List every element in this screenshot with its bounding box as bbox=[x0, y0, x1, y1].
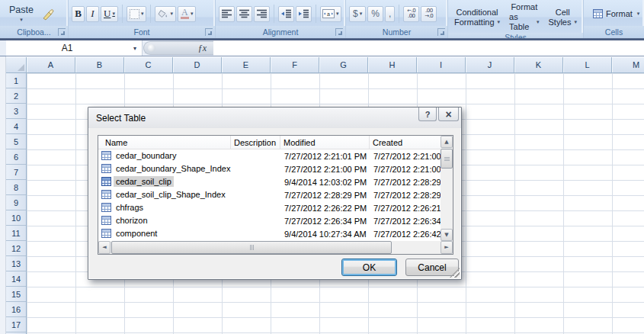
column-header-F[interactable]: F bbox=[271, 57, 319, 72]
decrease-indent-button[interactable] bbox=[278, 6, 294, 22]
row-header-17[interactable]: 17 bbox=[6, 317, 26, 332]
close-button[interactable]: × bbox=[438, 108, 459, 121]
row-header-15[interactable]: 15 bbox=[6, 287, 26, 302]
table-row-chfrags[interactable]: chfrags7/27/2012 2:26:22 PM7/27/2012 2:2… bbox=[98, 201, 441, 214]
horizontal-scrollbar[interactable]: ◄ ► bbox=[98, 241, 453, 254]
row-header-14[interactable]: 14 bbox=[6, 271, 26, 287]
percent-style-button[interactable]: % bbox=[367, 6, 383, 22]
column-header-K[interactable]: K bbox=[514, 57, 563, 72]
column-header-G[interactable]: G bbox=[319, 57, 368, 72]
increase-decimal-button[interactable]: ←.0.00 bbox=[403, 6, 419, 22]
row-header-9[interactable]: 9 bbox=[6, 195, 26, 210]
conditional-formatting-button[interactable]: Conditional Formatting▾ bbox=[451, 7, 503, 28]
align-center-button[interactable] bbox=[236, 6, 252, 22]
column-header-description[interactable]: Description bbox=[231, 136, 280, 149]
vertical-scrollbar[interactable]: ▲ ▼ bbox=[441, 136, 453, 241]
row-header-8[interactable]: 8 bbox=[6, 180, 26, 195]
chevron-down-icon: ▾ bbox=[360, 11, 363, 17]
column-header-name[interactable]: Name bbox=[98, 136, 231, 149]
scroll-down-button[interactable]: ▼ bbox=[441, 229, 453, 241]
table-row-cedar_boundary[interactable]: cedar_boundary7/27/2012 2:21:01 PM7/27/2… bbox=[98, 149, 441, 162]
number-group-label: Number bbox=[346, 26, 447, 38]
select-all-corner[interactable] bbox=[6, 57, 27, 73]
help-button[interactable]: ? bbox=[418, 108, 437, 121]
column-header-L[interactable]: L bbox=[563, 57, 612, 72]
align-right-button[interactable] bbox=[254, 6, 270, 22]
row-headers: 1234567891011121314151617 bbox=[6, 73, 27, 334]
divider bbox=[274, 5, 274, 23]
created-value: 7/27/2012 2:21:00 bbox=[373, 152, 441, 161]
row-header-4[interactable]: 4 bbox=[6, 119, 26, 134]
dialog-launcher-icon[interactable] bbox=[335, 28, 343, 36]
column-header-A[interactable]: A bbox=[27, 57, 75, 72]
dialog-launcher-icon[interactable] bbox=[437, 28, 445, 36]
row-header-11[interactable]: 11 bbox=[6, 226, 26, 241]
column-header-J[interactable]: J bbox=[466, 57, 514, 72]
dialog-launcher-icon[interactable] bbox=[205, 28, 213, 36]
table-row-chorizon[interactable]: chorizon7/27/2012 2:26:34 PM7/27/2012 2:… bbox=[98, 214, 441, 227]
column-header-D[interactable]: D bbox=[173, 57, 222, 72]
column-header-M[interactable]: M bbox=[612, 57, 644, 72]
table-name: component bbox=[114, 228, 159, 239]
row-header-1[interactable]: 1 bbox=[6, 73, 26, 88]
scroll-left-button[interactable]: ◄ bbox=[98, 241, 111, 254]
decrease-decimal-button[interactable]: .00→.0 bbox=[421, 6, 437, 22]
column-header-I[interactable]: I bbox=[417, 57, 466, 72]
font-color-button[interactable]: A ▾ bbox=[178, 6, 197, 22]
comma-style-button[interactable]: , bbox=[385, 6, 395, 22]
merge-center-button[interactable]: a ▾ bbox=[320, 6, 341, 22]
dialog-launcher-icon[interactable] bbox=[58, 28, 66, 36]
column-header-H[interactable]: H bbox=[368, 57, 417, 72]
row-header-13[interactable]: 13 bbox=[6, 256, 26, 271]
format-as-table-button[interactable]: Format as Table▾ bbox=[506, 2, 542, 33]
table-row-component[interactable]: component9/4/2014 10:27:34 AM7/27/2012 2… bbox=[98, 227, 441, 240]
vertical-scrollbar-thumb[interactable] bbox=[441, 149, 453, 169]
align-left-button[interactable] bbox=[219, 6, 235, 22]
dialog-title-bar[interactable]: Select Table bbox=[88, 108, 461, 128]
table-listview: NameDescriptionModifiedCreated cedar_bou… bbox=[98, 135, 453, 255]
cell-styles-button[interactable]: Cell Styles▾ bbox=[546, 7, 580, 28]
row-header-12[interactable]: 12 bbox=[6, 241, 26, 256]
column-header-C[interactable]: C bbox=[124, 57, 173, 72]
borders-button[interactable]: ▾ bbox=[127, 6, 147, 22]
horizontal-scrollbar-thumb[interactable] bbox=[111, 241, 392, 254]
ok-button[interactable]: OK bbox=[341, 259, 397, 276]
insert-function-button[interactable]: ƒx bbox=[143, 41, 213, 55]
italic-button[interactable]: I bbox=[86, 6, 99, 22]
bold-button[interactable]: B bbox=[72, 6, 85, 22]
row-header-3[interactable]: 3 bbox=[6, 104, 26, 119]
scroll-up-button[interactable]: ▲ bbox=[441, 136, 453, 148]
underline-button[interactable]: U▾ bbox=[101, 6, 118, 22]
formula-input[interactable] bbox=[213, 40, 644, 56]
list-header: NameDescriptionModifiedCreated bbox=[98, 136, 441, 149]
table-row-cedar_soil_clip[interactable]: cedar_soil_clip9/4/2014 12:03:02 PM7/27/… bbox=[98, 175, 441, 188]
format-painter-icon[interactable] bbox=[41, 8, 55, 25]
align-right-icon bbox=[256, 9, 268, 18]
scroll-right-button[interactable]: ► bbox=[441, 241, 453, 254]
table-icon bbox=[101, 164, 111, 173]
paste-button[interactable]: Paste ▾ bbox=[9, 5, 34, 23]
row-header-16[interactable]: 16 bbox=[6, 302, 26, 317]
chevron-down-icon: ▾ bbox=[574, 18, 577, 27]
cancel-button[interactable]: Cancel bbox=[405, 259, 459, 276]
column-header-E[interactable]: E bbox=[222, 57, 271, 72]
row-header-10[interactable]: 10 bbox=[6, 210, 26, 226]
table-row-cedar_boundary_Shape_Index[interactable]: cedar_boundary_Shape_Index7/27/2012 2:21… bbox=[98, 162, 441, 175]
accounting-format-button[interactable]: $▾ bbox=[349, 6, 366, 22]
row-header-6[interactable]: 6 bbox=[6, 149, 26, 165]
increase-indent-icon bbox=[298, 9, 309, 18]
table-row-cedar_soil_clip_Shape_Index[interactable]: cedar_soil_clip_Shape_Index7/27/2012 2:2… bbox=[98, 188, 441, 201]
chevron-down-icon: ▾ bbox=[537, 18, 540, 27]
borders-icon bbox=[130, 9, 139, 19]
column-header-modified[interactable]: Modified bbox=[280, 136, 370, 149]
increase-indent-button[interactable] bbox=[296, 6, 312, 22]
column-header-created[interactable]: Created bbox=[370, 136, 442, 149]
row-header-2[interactable]: 2 bbox=[6, 88, 26, 104]
column-header-B[interactable]: B bbox=[75, 57, 124, 72]
name-box-dropdown[interactable]: ▾ bbox=[128, 40, 143, 56]
row-header-5[interactable]: 5 bbox=[6, 134, 26, 149]
name-box[interactable]: A1 bbox=[6, 40, 128, 56]
fill-color-button[interactable]: ▾ bbox=[155, 6, 176, 22]
format-button[interactable]: Format ▾ bbox=[593, 9, 639, 18]
row-header-7[interactable]: 7 bbox=[6, 165, 26, 180]
